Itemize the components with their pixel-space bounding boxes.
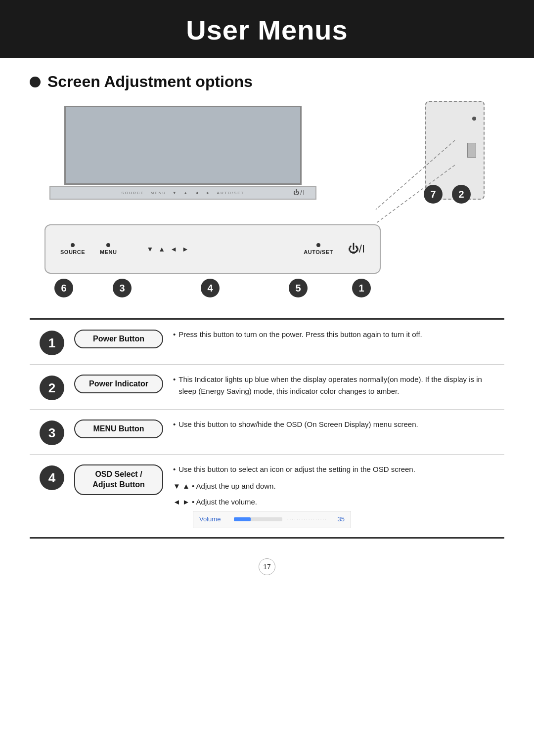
arrow-right-icon: ► (182, 245, 189, 253)
menu-control: MENU (100, 243, 117, 255)
menu-dot (106, 243, 110, 247)
source-control: SOURCE (60, 243, 85, 255)
page-header: User Menus (0, 0, 534, 58)
section-title-row: Screen Adjustment options (0, 73, 534, 91)
volume-track (234, 517, 282, 521)
section-dot-icon (30, 77, 41, 87)
circle-label-2: 2 (452, 185, 471, 204)
bullet-item-main: • Use this button to select an icon or a… (173, 463, 494, 475)
monitor-base-bar: SOURCE MENU ▼ ▲ ◄ ► AUTO/SET ⏻/I (49, 186, 316, 200)
volume-bar-container: Volume ················· 35 (193, 511, 351, 528)
arrow-left-icon: ◄ (170, 245, 177, 253)
power-control: ⏻/I (348, 243, 365, 255)
control-panel-strip: SOURCE MENU ▼ ▲ ◄ ► AUTO/SET ⏻/I (44, 224, 381, 274)
arrows-row: ▼ ▲ ◄ ► (146, 245, 188, 253)
osd-button-description: • Use this button to select an icon or a… (163, 463, 504, 528)
menu-button-description: • Use this button to show/hide the OSD (… (163, 419, 504, 445)
volume-label: Volume (199, 514, 229, 525)
bullet-item-ud: ▼ ▲ • Adjust the up and down. (173, 480, 494, 492)
row-number-2: 2 (40, 376, 64, 400)
circle-label-7: 7 (424, 185, 443, 204)
power-button-label: Power Button (74, 330, 163, 348)
circle-label-3: 3 (113, 279, 132, 297)
power-symbol-icon: ⏻/I (348, 243, 365, 255)
section-title: Screen Adjustment options (47, 73, 253, 91)
arrow-up-icon: ▲ (158, 245, 165, 253)
table-row: 3 MENU Button • Use this button to show/… (30, 410, 504, 455)
menu-label: MENU (100, 249, 117, 255)
autoset-dot (316, 243, 320, 247)
autoset-control: AUTO/SET (304, 243, 333, 255)
volume-fill (234, 517, 251, 521)
circle-label-5: 5 (289, 279, 308, 297)
circle-label-1: 1 (352, 279, 371, 297)
monitor-controls-text: SOURCE MENU ▼ ▲ ◄ ► AUTO/SET (122, 191, 245, 195)
arrow-down-icon: ▼ (146, 245, 153, 253)
menu-button-label: MENU Button (74, 420, 163, 438)
bullet-item-lr: ◄ ► • Adjust the volume. (173, 496, 494, 508)
source-dot (71, 243, 75, 247)
bullet-item: • Press this button to turn on the power… (173, 329, 494, 340)
power-indicator-description: • This Indicator lights up blue when the… (163, 374, 504, 400)
power-icon-small: ⏻/I (293, 189, 306, 196)
osd-button-label: OSD Select / Adjust Button (74, 464, 163, 495)
bottom-labels: 6 3 4 5 1 (44, 279, 381, 297)
table-row: 1 Power Button • Press this button to tu… (30, 320, 504, 365)
row-number-4: 4 (40, 465, 64, 490)
table-row: 2 Power Indicator • This Indicator light… (30, 365, 504, 410)
side-panel-connector (467, 143, 476, 158)
power-button-description: • Press this button to turn on the power… (163, 329, 504, 355)
circle-label-4: 4 (201, 279, 220, 297)
row-number-1: 1 (40, 331, 64, 355)
power-indicator-label: Power Indicator (74, 375, 163, 393)
bullet-item: • Use this button to show/hide the OSD (… (173, 419, 494, 430)
page-number-area: 17 (0, 558, 534, 575)
source-label: SOURCE (60, 249, 85, 255)
volume-number: 35 (332, 514, 345, 525)
monitor-screen (64, 106, 302, 185)
volume-dots: ················· (287, 515, 327, 523)
autoset-label: AUTO/SET (304, 249, 333, 255)
circle-label-6: 6 (54, 279, 73, 297)
table-row: 4 OSD Select / Adjust Button • Use this … (30, 455, 504, 537)
monitor-illustration: SOURCE MENU ▼ ▲ ◄ ► AUTO/SET ⏻/I (44, 106, 321, 214)
arrows-group: ▼ ▲ ◄ ► (146, 245, 188, 253)
diagram-area: SOURCE MENU ▼ ▲ ◄ ► AUTO/SET ⏻/I 7 2 SOU… (0, 101, 534, 308)
row-number-3: 3 (40, 420, 64, 445)
page-number: 17 (259, 558, 275, 575)
bullet-item: • This Indicator lights up blue when the… (173, 374, 494, 397)
page-title: User Menus (0, 14, 534, 46)
table-section: 1 Power Button • Press this button to tu… (30, 318, 504, 539)
